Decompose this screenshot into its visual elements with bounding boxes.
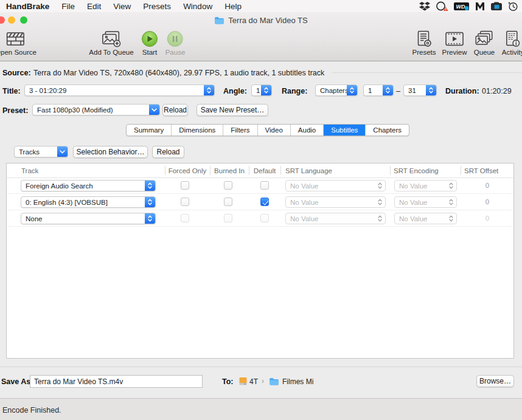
- preview-icon: [445, 30, 464, 47]
- toolbar-pause: Pause: [165, 30, 186, 56]
- range-dash: –: [396, 87, 400, 95]
- range-to-popup[interactable]: 31: [403, 84, 437, 96]
- track-popup[interactable]: Foreign Audio Search: [21, 180, 156, 191]
- toolbar-start[interactable]: Start: [142, 30, 158, 56]
- tab-filters[interactable]: Filters: [223, 125, 257, 136]
- title-label: Title:: [2, 87, 21, 95]
- save-new-preset-button[interactable]: Save New Preset…: [197, 104, 268, 116]
- malwarebytes-icon[interactable]: [475, 2, 485, 11]
- browse-button[interactable]: Browse…: [476, 375, 514, 387]
- track-popup[interactable]: None: [21, 213, 156, 224]
- angle-label: Angle:: [223, 87, 247, 95]
- status-text: Encode Finished.: [2, 406, 61, 415]
- preset-popup-value: Fast 1080p30 (Modified): [33, 106, 149, 114]
- toolbar-start-label: Start: [142, 49, 157, 56]
- default-checkbox[interactable]: [260, 198, 269, 206]
- stepper-icon: [426, 85, 436, 95]
- forced-only-checkbox[interactable]: [181, 198, 189, 206]
- section-tabs: Summary Dimensions Filters Video Audio S…: [126, 124, 409, 136]
- svg-text:WD: WD: [456, 4, 465, 10]
- wd-icon[interactable]: WD: [454, 2, 470, 11]
- camera-icon[interactable]: [490, 2, 503, 11]
- tracks-menu-popup[interactable]: Tracks: [14, 146, 68, 157]
- dropbox-icon[interactable]: [419, 1, 430, 11]
- toolbar-queue[interactable]: Queue: [474, 30, 495, 56]
- toolbar-pause-label: Pause: [165, 49, 186, 56]
- toolbar-preview[interactable]: Preview: [442, 30, 467, 56]
- separator: [332, 72, 522, 73]
- stepper-icon: [383, 85, 393, 95]
- folder-icon: [269, 377, 279, 385]
- menu-file[interactable]: File: [61, 2, 75, 11]
- srt-offset-value: 0: [469, 215, 506, 222]
- tab-video[interactable]: Video: [258, 125, 291, 136]
- toolbar-add-to-queue[interactable]: Add To Queue: [89, 30, 133, 56]
- toolbar-activity[interactable]: Activity: [502, 30, 522, 56]
- toolbar-preview-label: Preview: [442, 49, 467, 56]
- angle-popup[interactable]: 1: [251, 84, 272, 96]
- menu-bar: HandBrake File Edit View Presets Window …: [0, 0, 522, 12]
- drive-icon: [238, 377, 248, 386]
- column-header-srt-encoding[interactable]: SRT Encoding: [394, 164, 439, 177]
- toolbar-presets-label: Presets: [412, 49, 436, 56]
- column-header-burned-in[interactable]: Burned In: [210, 164, 249, 177]
- stepper-icon: [375, 181, 385, 191]
- track-popup-value: 0: English (4:3) [VOBSUB]: [21, 199, 145, 206]
- tab-dimensions[interactable]: Dimensions: [172, 125, 223, 136]
- duration-label: Duration:: [445, 87, 479, 95]
- window-title-area: Terra do Mar Video TS: [0, 15, 522, 26]
- stepper-icon: [204, 85, 214, 95]
- preset-popup[interactable]: Fast 1080p30 (Modified): [32, 104, 160, 115]
- tab-chapters[interactable]: Chapters: [366, 125, 409, 136]
- window-title: Terra do Mar Video TS: [228, 16, 307, 25]
- column-header-track[interactable]: Track: [21, 164, 38, 177]
- tab-subtitles[interactable]: Subtitles: [324, 125, 366, 136]
- menu-window[interactable]: Window: [183, 2, 212, 11]
- folder-proxy-icon[interactable]: [214, 16, 224, 24]
- separator: [390, 166, 391, 175]
- selection-behavior-button[interactable]: Selection Behavior…: [73, 146, 148, 158]
- reload-preset-button[interactable]: Reload: [162, 104, 188, 116]
- tab-audio[interactable]: Audio: [291, 125, 324, 136]
- save-as-filename-input[interactable]: [30, 375, 203, 388]
- subtitles-table: Track Forced Only Burned In Default SRT …: [6, 163, 514, 359]
- creative-cloud-alert-icon[interactable]: [436, 1, 448, 12]
- default-checkbox[interactable]: [260, 181, 269, 190]
- title-popup[interactable]: 3 - 01:20:29: [24, 84, 215, 96]
- toolbar-open-source[interactable]: Open Source: [0, 30, 37, 56]
- stepper-icon: [446, 213, 456, 224]
- tracks-menu-label: Tracks: [15, 148, 57, 156]
- table-row: None No Value No Value 0: [7, 210, 513, 227]
- to-label: To:: [222, 377, 234, 386]
- burned-in-checkbox[interactable]: [224, 181, 232, 190]
- destination-drive[interactable]: 4T: [249, 377, 258, 386]
- column-header-srt-offset[interactable]: SRT Offset: [464, 164, 498, 177]
- reload-tracks-button[interactable]: Reload: [152, 146, 184, 158]
- stepper-icon: [145, 181, 155, 191]
- srt-encoding-value: No Value: [395, 199, 446, 206]
- stepper-icon: [375, 197, 385, 207]
- column-header-default[interactable]: Default: [249, 164, 280, 177]
- track-popup[interactable]: 0: English (4:3) [VOBSUB]: [21, 196, 156, 208]
- column-header-srt-language[interactable]: SRT Language: [285, 164, 332, 177]
- srt-encoding-value: No Value: [395, 215, 446, 222]
- menu-help[interactable]: Help: [224, 2, 242, 11]
- burned-in-checkbox[interactable]: [224, 198, 232, 206]
- range-from-popup[interactable]: 1: [363, 84, 394, 96]
- menu-presets[interactable]: Presets: [143, 2, 171, 11]
- srt-offset-value: 0: [469, 182, 506, 189]
- menu-app-handbrake[interactable]: HandBrake: [6, 2, 49, 11]
- column-header-forced-only[interactable]: Forced Only: [165, 164, 210, 177]
- range-type-popup[interactable]: Chapters: [315, 84, 358, 96]
- destination-folder[interactable]: Filmes Mi: [282, 377, 313, 386]
- menu-view[interactable]: View: [113, 2, 131, 11]
- save-as-label: Save As:: [1, 377, 33, 386]
- menu-edit[interactable]: Edit: [87, 2, 101, 11]
- time-machine-icon[interactable]: [508, 1, 518, 12]
- tab-summary[interactable]: Summary: [127, 125, 172, 136]
- toolbar-open-source-label: Open Source: [0, 49, 37, 56]
- forced-only-checkbox[interactable]: [181, 181, 189, 190]
- table-row: Foreign Audio Search No Value No Value 0: [7, 177, 513, 194]
- separator: [461, 166, 461, 175]
- toolbar-presets[interactable]: Presets: [412, 30, 436, 56]
